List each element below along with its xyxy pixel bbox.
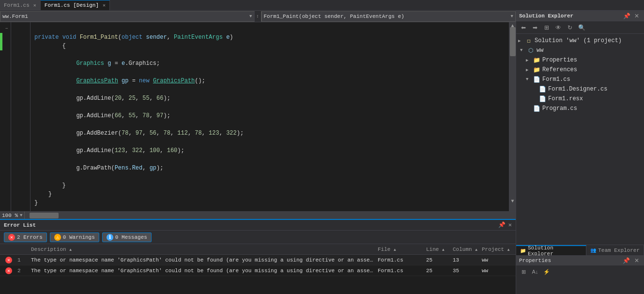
h-scrollbar[interactable] <box>25 212 516 219</box>
scroll-down-btn[interactable]: ▼ <box>509 198 516 204</box>
error-filter-warnings[interactable]: ⚠ 0 Warnings <box>50 232 99 242</box>
error-icon-blue: ℹ <box>107 234 113 241</box>
csfile-icon-program: 📄 <box>533 105 540 112</box>
te-tab-label: Team Explorer <box>598 248 640 253</box>
se-properties-btn[interactable]: ⊞ <box>541 23 552 32</box>
line-numbers <box>11 22 31 211</box>
error-panel-controls: 📌 ✕ <box>498 221 512 229</box>
col-file-header[interactable]: File ▲ <box>376 247 424 252</box>
prop-sort-alpha-btn[interactable]: A↓ <box>530 267 540 277</box>
col-description-header[interactable]: Description ▲ <box>29 247 376 252</box>
error-row-2-file: Form1.cs <box>376 268 424 274</box>
bottom-editor-bar: 100 % ▼ <box>0 211 516 219</box>
col-column-header[interactable]: Column ▲ <box>451 247 480 252</box>
se-forward-btn[interactable]: ➡ <box>530 23 540 32</box>
collapse-spacer-2 <box>2 42 11 50</box>
se-showall-btn[interactable]: 👁 <box>553 23 564 32</box>
prop-pin-btn[interactable]: 📌 <box>622 256 630 265</box>
code-content[interactable]: private void Form1_Paint(object sender, … <box>31 22 509 211</box>
error-icon-yellow: ⚠ <box>54 234 61 241</box>
zoom-arrow[interactable]: ▼ <box>20 213 22 218</box>
tab-team-explorer[interactable]: 👥 Team Explorer <box>586 245 644 255</box>
se-pin-btn[interactable]: 📌 <box>622 12 631 20</box>
right-panel: Solution Explorer 📌 ✕ ⬅ ➡ ⊞ 👁 ↻ 🔍 ▶ <box>516 11 644 294</box>
error-filters: ✕ 2 Errors ⚠ 0 Warnings ℹ 0 Messages <box>0 231 516 244</box>
error-row-1-column: 13 <box>451 257 480 263</box>
tree-label-solution: Solution 'ww' (1 project) <box>535 37 622 44</box>
prop-sort-cat-btn[interactable]: ⊞ <box>518 267 529 277</box>
error-row-2-column: 35 <box>451 268 480 274</box>
error-filter-messages[interactable]: ℹ 0 Messages <box>102 232 152 242</box>
tree-references[interactable]: ▶ 📁 References <box>516 65 644 75</box>
error-filter-errors[interactable]: ✕ 2 Errors <box>4 232 47 242</box>
sort-arrow-proj: ▲ <box>507 248 510 252</box>
error-row-1-num: 1 <box>15 257 29 263</box>
nav-bar: ww.Form1 ▼ ↕ Form1_Paint(object sender, … <box>0 11 516 22</box>
error-row-2-project: ww <box>480 268 514 274</box>
csfile-icon-designer: 📄 <box>538 85 546 93</box>
scroll-thumb-v[interactable] <box>510 27 516 56</box>
properties-toolbar: ⊞ A↓ ⚡ <box>516 265 644 278</box>
tab-form1cs[interactable]: Form1.cs ✕ <box>0 0 41 10</box>
tree-properties[interactable]: ▶ 📁 Properties <box>516 55 644 65</box>
references-folder-icon: 📁 <box>533 66 540 74</box>
tab-label: Form1.cs <box>4 2 30 8</box>
te-tab-icon: 👥 <box>590 248 596 253</box>
error-row-2-line: 25 <box>424 268 451 274</box>
se-close-btn[interactable]: ✕ <box>632 12 641 20</box>
method-dropdown[interactable]: Form1_Paint(object sender, PaintEventArg… <box>261 11 516 22</box>
error-table-header: Description ▲ File ▲ Line ▲ Column ▲ Pro… <box>0 244 516 255</box>
error-panel-header: Error List 📌 ✕ <box>0 220 516 231</box>
error-filter-messages-label: 0 Messages <box>115 234 147 240</box>
error-row-1-project: ww <box>480 257 514 263</box>
tree-programcs[interactable]: 📄 Program.cs <box>516 104 644 113</box>
tree-label-form1resx: Form1.resx <box>548 95 583 102</box>
sort-arrow-line: ▲ <box>442 248 445 252</box>
class-dropdown-arrow: ▼ <box>249 14 252 19</box>
properties-title: Properties <box>519 258 551 263</box>
tree-form1resx[interactable]: 📄 Form1.resx <box>516 94 644 104</box>
code-editor[interactable]: − private void Form1_Paint(object sender… <box>0 22 516 211</box>
error-row-1[interactable]: ✕ 1 The type or namespace name 'Graphics… <box>0 255 516 265</box>
resx-icon: 📄 <box>538 95 546 103</box>
h-scroll-thumb[interactable] <box>30 213 59 218</box>
tab-form1design[interactable]: Form1.cs [Design] ✕ <box>41 0 110 10</box>
se-back-btn[interactable]: ⬅ <box>518 23 529 32</box>
se-bottom-tabs: 📁 Solution Explorer 👥 Team Explorer <box>516 245 644 255</box>
se-title: Solution Explorer <box>519 13 573 19</box>
prop-events-btn[interactable]: ⚡ <box>541 267 552 277</box>
error-row-2[interactable]: ✕ 2 The type or namespace name 'Graphics… <box>0 265 516 276</box>
col-line-header[interactable]: Line ▲ <box>424 247 451 252</box>
tab-close-form1cs[interactable]: ✕ <box>33 2 36 8</box>
vertical-scrollbar[interactable]: ▲ ▼ <box>509 22 516 211</box>
se-search-btn[interactable]: 🔍 <box>576 23 587 32</box>
nav-collapse-btn[interactable]: ↕ <box>255 11 261 22</box>
tab-close-form1design[interactable]: ✕ <box>103 2 106 8</box>
tab-solution-explorer[interactable]: 📁 Solution Explorer <box>516 245 586 255</box>
sort-arrow-file: ▲ <box>394 248 396 252</box>
se-tab-label: Solution Explorer <box>528 245 582 257</box>
tree-form1designer[interactable]: 📄 Form1.Designer.cs <box>516 84 644 94</box>
se-toolbar: ⬅ ➡ ⊞ 👁 ↻ 🔍 <box>516 21 644 34</box>
tree-solution[interactable]: ▶ ◻ Solution 'ww' (1 project) <box>516 36 644 46</box>
tree-label-programcs: Program.cs <box>542 105 577 112</box>
tree-form1cs[interactable]: ▼ 📄 Form1.cs <box>516 75 644 84</box>
error-row-1-line: 25 <box>424 257 451 263</box>
prop-close-btn[interactable]: ✕ <box>632 256 641 265</box>
solution-explorer-header: Solution Explorer 📌 ✕ <box>516 11 644 21</box>
tree-label-properties: Properties <box>542 57 577 63</box>
tree-arrow-properties: ▶ <box>526 58 533 63</box>
col-project-header[interactable]: Project ▲ <box>480 247 514 252</box>
collapse-btn-0[interactable]: − <box>5 26 8 31</box>
zoom-level: 100 % <box>2 213 18 218</box>
se-refresh-btn[interactable]: ↻ <box>565 23 575 32</box>
solution-icon: ◻ <box>525 37 533 45</box>
pin-icon[interactable]: 📌 <box>498 221 506 229</box>
close-error-icon[interactable]: ✕ <box>508 221 512 229</box>
tree-project-ww[interactable]: ▼ ⬡ ww <box>516 46 644 55</box>
tree-label-form1cs: Form1.cs <box>542 76 570 83</box>
tree-arrow-form1cs: ▼ <box>526 77 533 82</box>
class-dropdown[interactable]: ww.Form1 ▼ <box>0 11 255 22</box>
collapse-spacer-5 <box>2 68 11 77</box>
csfile-icon-form1: 📄 <box>533 76 540 83</box>
